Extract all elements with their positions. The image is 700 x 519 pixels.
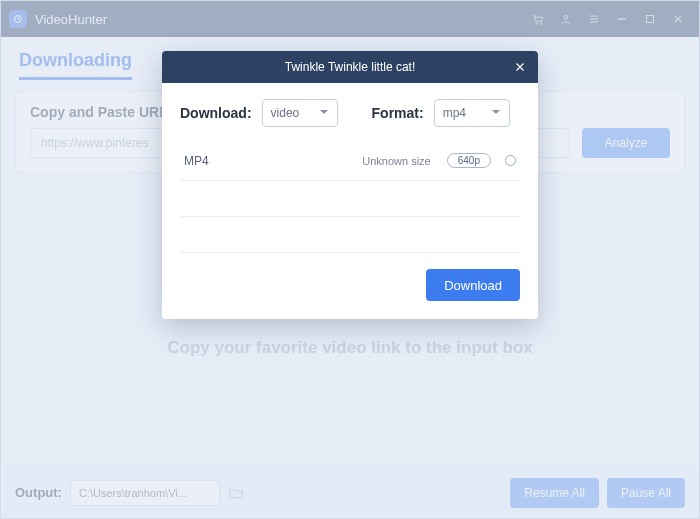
empty-row bbox=[180, 181, 520, 217]
modal-close-button[interactable] bbox=[510, 57, 530, 77]
caret-down-icon bbox=[491, 106, 501, 120]
format-label: Format: bbox=[372, 105, 424, 121]
modal-header: Twinkle Twinkle little cat! bbox=[162, 51, 538, 83]
resolution-chip[interactable]: 640p bbox=[447, 153, 491, 168]
download-type-label: Download: bbox=[180, 105, 252, 121]
download-modal: Twinkle Twinkle little cat! Download: vi… bbox=[162, 51, 538, 319]
select-radio[interactable] bbox=[505, 155, 516, 166]
format-value: mp4 bbox=[443, 106, 466, 120]
format-select[interactable]: mp4 bbox=[434, 99, 510, 127]
caret-down-icon bbox=[319, 106, 329, 120]
download-type-value: video bbox=[271, 106, 300, 120]
modal-title: Twinkle Twinkle little cat! bbox=[285, 60, 416, 74]
result-row: MP4 Unknown size 640p bbox=[180, 141, 520, 181]
result-size: Unknown size bbox=[264, 155, 447, 167]
download-button[interactable]: Download bbox=[426, 269, 520, 301]
empty-row bbox=[180, 217, 520, 253]
modal-overlay: Twinkle Twinkle little cat! Download: vi… bbox=[1, 1, 699, 518]
result-format: MP4 bbox=[184, 154, 264, 168]
app-window: VideoHunter Downloading Copy and Paste U… bbox=[0, 0, 700, 519]
download-type-select[interactable]: video bbox=[262, 99, 338, 127]
